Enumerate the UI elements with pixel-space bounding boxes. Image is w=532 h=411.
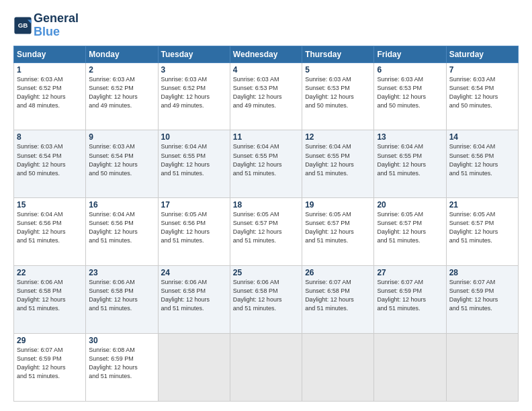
svg-text:GB: GB [18,21,28,29]
calendar-day-cell: 17 Sunrise: 6:05 AMSunset: 6:56 PMDaylig… [158,198,230,266]
calendar-day-cell: 23 Sunrise: 6:06 AMSunset: 6:58 PMDaylig… [86,266,158,334]
calendar-day-cell: 21 Sunrise: 6:05 AMSunset: 6:57 PMDaylig… [446,198,518,266]
calendar-day-cell: 10 Sunrise: 6:04 AMSunset: 6:55 PMDaylig… [158,130,230,198]
calendar-day-cell: 29 Sunrise: 6:07 AMSunset: 6:59 PMDaylig… [14,334,86,402]
calendar-week-row: 8 Sunrise: 6:03 AMSunset: 6:54 PMDayligh… [14,130,519,198]
day-number: 12 [305,132,371,142]
day-number: 20 [377,200,443,210]
day-number: 6 [377,65,443,75]
day-detail: Sunrise: 6:06 AMSunset: 6:58 PMDaylight:… [17,279,66,312]
day-detail: Sunrise: 6:04 AMSunset: 6:56 PMDaylight:… [17,211,66,244]
calendar-day-cell: 1 Sunrise: 6:03 AMSunset: 6:52 PMDayligh… [14,62,86,130]
day-detail: Sunrise: 6:03 AMSunset: 6:54 PMDaylight:… [17,143,66,176]
page-header: GB GeneralBlue [13,12,519,39]
day-number: 5 [305,65,371,75]
day-number: 26 [305,268,371,277]
calendar-day-cell: 2 Sunrise: 6:03 AMSunset: 6:52 PMDayligh… [86,62,158,130]
day-detail: Sunrise: 6:03 AMSunset: 6:52 PMDaylight:… [17,76,66,109]
day-detail: Sunrise: 6:08 AMSunset: 6:59 PMDaylight:… [89,347,138,379]
day-number: 13 [377,132,443,142]
day-detail: Sunrise: 6:05 AMSunset: 6:57 PMDaylight:… [377,211,426,244]
day-detail: Sunrise: 6:05 AMSunset: 6:57 PMDaylight:… [233,211,282,244]
calendar-day-cell: 15 Sunrise: 6:04 AMSunset: 6:56 PMDaylig… [14,198,86,266]
calendar-day-cell: 12 Sunrise: 6:04 AMSunset: 6:55 PMDaylig… [302,130,374,198]
day-number: 10 [161,132,227,142]
calendar-week-row: 15 Sunrise: 6:04 AMSunset: 6:56 PMDaylig… [14,198,519,266]
day-detail: Sunrise: 6:05 AMSunset: 6:57 PMDaylight:… [305,211,354,244]
day-number: 24 [161,268,227,277]
day-detail: Sunrise: 6:06 AMSunset: 6:58 PMDaylight:… [89,279,138,312]
day-detail: Sunrise: 6:05 AMSunset: 6:56 PMDaylight:… [161,211,210,244]
calendar-day-cell: 6 Sunrise: 6:03 AMSunset: 6:53 PMDayligh… [374,62,446,130]
calendar-day-cell: 3 Sunrise: 6:03 AMSunset: 6:52 PMDayligh… [158,62,230,130]
day-number: 14 [449,132,515,142]
day-detail: Sunrise: 6:06 AMSunset: 6:58 PMDaylight:… [233,279,282,312]
weekday-header: Friday [374,46,446,62]
calendar-day-cell: 5 Sunrise: 6:03 AMSunset: 6:53 PMDayligh… [302,62,374,130]
calendar-day-cell: 8 Sunrise: 6:03 AMSunset: 6:54 PMDayligh… [14,130,86,198]
day-detail: Sunrise: 6:07 AMSunset: 6:59 PMDaylight:… [449,279,498,312]
calendar-empty-cell [158,334,230,402]
calendar-day-cell: 20 Sunrise: 6:05 AMSunset: 6:57 PMDaylig… [374,198,446,266]
day-number: 11 [233,132,299,142]
day-detail: Sunrise: 6:06 AMSunset: 6:58 PMDaylight:… [161,279,210,312]
day-number: 23 [89,268,154,277]
calendar-day-cell: 13 Sunrise: 6:04 AMSunset: 6:55 PMDaylig… [374,130,446,198]
calendar-day-cell: 7 Sunrise: 6:03 AMSunset: 6:54 PMDayligh… [446,62,518,130]
day-detail: Sunrise: 6:04 AMSunset: 6:55 PMDaylight:… [161,143,210,176]
calendar-week-row: 29 Sunrise: 6:07 AMSunset: 6:59 PMDaylig… [14,334,519,402]
day-detail: Sunrise: 6:07 AMSunset: 6:58 PMDaylight:… [305,279,354,312]
calendar-table: SundayMondayTuesdayWednesdayThursdayFrid… [13,46,519,402]
day-number: 30 [89,336,154,345]
weekday-header: Thursday [302,46,374,62]
day-detail: Sunrise: 6:07 AMSunset: 6:59 PMDaylight:… [17,347,66,379]
calendar-day-cell: 14 Sunrise: 6:04 AMSunset: 6:56 PMDaylig… [446,130,518,198]
day-number: 28 [449,268,515,277]
day-number: 21 [449,200,515,210]
day-detail: Sunrise: 6:03 AMSunset: 6:52 PMDaylight:… [161,76,210,109]
day-number: 2 [89,65,154,75]
day-number: 7 [449,65,515,75]
day-number: 22 [17,268,83,277]
calendar-day-cell: 25 Sunrise: 6:06 AMSunset: 6:58 PMDaylig… [230,266,302,334]
weekday-header: Saturday [446,46,518,62]
day-number: 18 [233,200,299,210]
calendar-day-cell: 28 Sunrise: 6:07 AMSunset: 6:59 PMDaylig… [446,266,518,334]
logo: GB GeneralBlue [13,12,79,39]
weekday-header: Wednesday [230,46,302,62]
calendar-day-cell: 26 Sunrise: 6:07 AMSunset: 6:58 PMDaylig… [302,266,374,334]
day-detail: Sunrise: 6:04 AMSunset: 6:55 PMDaylight:… [377,143,426,176]
day-detail: Sunrise: 6:05 AMSunset: 6:57 PMDaylight:… [449,211,498,244]
calendar-empty-cell [302,334,374,402]
day-detail: Sunrise: 6:03 AMSunset: 6:54 PMDaylight:… [89,143,138,176]
weekday-header: Tuesday [158,46,230,62]
calendar-day-cell: 24 Sunrise: 6:06 AMSunset: 6:58 PMDaylig… [158,266,230,334]
day-detail: Sunrise: 6:03 AMSunset: 6:54 PMDaylight:… [449,76,498,109]
calendar-empty-cell [230,334,302,402]
day-number: 16 [89,200,154,210]
calendar-day-cell: 27 Sunrise: 6:07 AMSunset: 6:59 PMDaylig… [374,266,446,334]
day-detail: Sunrise: 6:04 AMSunset: 6:55 PMDaylight:… [305,143,354,176]
day-number: 4 [233,65,299,75]
day-detail: Sunrise: 6:04 AMSunset: 6:56 PMDaylight:… [89,211,138,244]
calendar-header-row: SundayMondayTuesdayWednesdayThursdayFrid… [14,46,519,62]
calendar-day-cell: 4 Sunrise: 6:03 AMSunset: 6:53 PMDayligh… [230,62,302,130]
day-number: 15 [17,200,83,210]
calendar-day-cell: 11 Sunrise: 6:04 AMSunset: 6:55 PMDaylig… [230,130,302,198]
day-detail: Sunrise: 6:03 AMSunset: 6:53 PMDaylight:… [377,76,426,109]
calendar-day-cell: 30 Sunrise: 6:08 AMSunset: 6:59 PMDaylig… [86,334,158,402]
calendar-day-cell: 22 Sunrise: 6:06 AMSunset: 6:58 PMDaylig… [14,266,86,334]
calendar-day-cell: 19 Sunrise: 6:05 AMSunset: 6:57 PMDaylig… [302,198,374,266]
day-detail: Sunrise: 6:04 AMSunset: 6:55 PMDaylight:… [233,143,282,176]
day-number: 29 [17,336,83,345]
day-detail: Sunrise: 6:03 AMSunset: 6:52 PMDaylight:… [89,76,138,109]
calendar-empty-cell [374,334,446,402]
logo-icon: GB [13,16,32,35]
calendar-week-row: 1 Sunrise: 6:03 AMSunset: 6:52 PMDayligh… [14,62,519,130]
day-number: 25 [233,268,299,277]
calendar-day-cell: 16 Sunrise: 6:04 AMSunset: 6:56 PMDaylig… [86,198,158,266]
day-number: 9 [89,132,154,142]
weekday-header: Sunday [14,46,86,62]
day-detail: Sunrise: 6:03 AMSunset: 6:53 PMDaylight:… [233,76,282,109]
day-number: 17 [161,200,227,210]
